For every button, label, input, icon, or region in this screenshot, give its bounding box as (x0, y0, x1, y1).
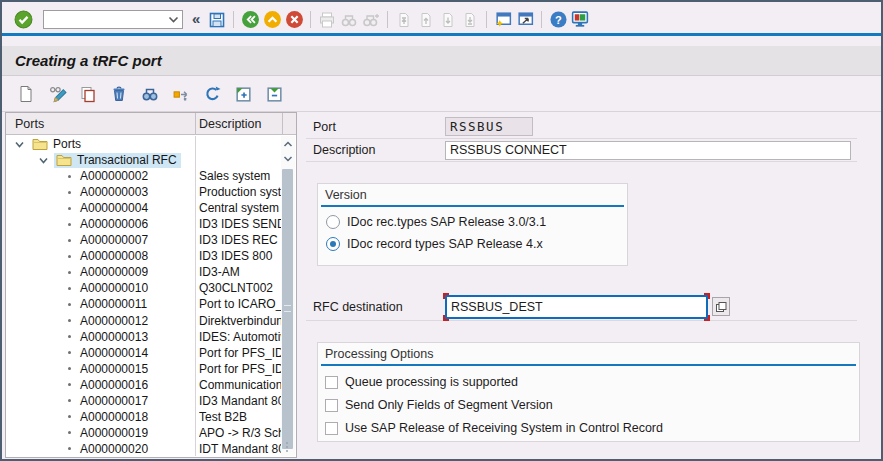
scroll-down-icon[interactable] (281, 151, 295, 166)
back-icon[interactable] (239, 9, 261, 31)
tree-node[interactable]: A000000011 (62, 297, 151, 312)
tree-row[interactable]: A000000010 Q30CLNT002 (6, 280, 296, 296)
tree-node[interactable]: A000000003 (62, 185, 152, 200)
tree-row[interactable]: A000000002 Sales system (6, 168, 296, 184)
tree-node[interactable]: Transactional RFC (54, 153, 181, 168)
tree-node-label[interactable]: A000000017 (80, 394, 148, 408)
tree-node-label[interactable]: A000000002 (80, 169, 148, 183)
tree-row[interactable]: A000000004 Central system (6, 200, 296, 216)
checkbox-icon[interactable] (325, 376, 338, 389)
tree-node[interactable]: A000000017 (62, 393, 152, 408)
customize-local-layout-icon[interactable] (569, 9, 591, 31)
processing-option[interactable]: Queue processing is supported (325, 375, 859, 389)
radio-icon[interactable] (326, 215, 340, 229)
tree-row[interactable]: A000000008 ID3 IDES 800 (6, 248, 296, 264)
tree-row[interactable]: A000000015 Port for PFS_ID (6, 361, 296, 377)
tree-node-label[interactable]: A000000016 (80, 378, 148, 392)
new-session-icon[interactable] (492, 9, 514, 31)
exit-icon[interactable] (261, 9, 283, 31)
delete-icon[interactable] (108, 83, 130, 105)
tree-node-label[interactable]: A000000010 (80, 281, 148, 295)
create-icon[interactable] (15, 83, 37, 105)
tree-node[interactable]: Ports (30, 137, 85, 152)
processing-option[interactable]: Use SAP Release of Receiving System in C… (325, 421, 859, 435)
tree-row[interactable]: A000000007 ID3 IDES REC 80 (6, 232, 296, 248)
tree-node-label[interactable]: A000000003 (80, 185, 148, 199)
tree-row[interactable]: A000000017 ID3 Mandant 80 (6, 393, 296, 409)
tree-node-label[interactable]: Ports (53, 137, 81, 151)
tree-node[interactable]: A000000010 (62, 281, 152, 296)
tree-row[interactable]: A000000009 ID3-AM (6, 264, 296, 280)
column-divider[interactable] (282, 113, 283, 134)
rfc-destination-field[interactable]: RSSBUS_DEST (445, 295, 708, 319)
column-divider[interactable] (195, 113, 196, 134)
collapse-toolbar-icon[interactable]: « (190, 10, 206, 29)
find-icon[interactable] (139, 83, 161, 105)
tree-column-ports[interactable]: Ports (6, 117, 195, 131)
scrollbar-thumb[interactable] (282, 169, 293, 449)
tree-row[interactable]: Transactional RFC (6, 152, 296, 168)
expand-node-icon[interactable] (232, 83, 254, 105)
tree-node[interactable]: A000000002 (62, 169, 152, 184)
tree-row[interactable]: A000000020 IDT Mandant 80 (6, 441, 296, 457)
tree-scrollbar[interactable] (281, 136, 295, 456)
tree-row[interactable]: A000000014 Port for PFS_ID (6, 345, 296, 361)
tree-row[interactable]: A000000012 Direktverbindun (6, 313, 296, 329)
chevron-down-icon[interactable] (14, 139, 26, 150)
cancel-icon[interactable] (283, 9, 305, 31)
chevron-down-icon[interactable] (168, 13, 179, 27)
tree-row[interactable]: A000000013 IDES: Automotiv (6, 329, 296, 345)
tree-node[interactable]: A000000016 (62, 377, 152, 392)
tree-node[interactable]: A000000020 (62, 441, 152, 456)
tree-node-label[interactable]: A000000008 (80, 249, 148, 263)
tree-row[interactable]: A000000018 Test B2B (6, 409, 296, 425)
move-icon[interactable] (170, 83, 192, 105)
tree-row[interactable]: Ports (6, 136, 296, 152)
tree-node-label[interactable]: A000000014 (80, 346, 148, 360)
tree-node-label[interactable]: Transactional RFC (77, 153, 177, 167)
tree-node[interactable]: A000000007 (62, 233, 152, 248)
tree-node-label[interactable]: A000000011 (80, 297, 147, 311)
tree-node[interactable]: A000000014 (62, 345, 152, 360)
tree-node-label[interactable]: A000000015 (80, 362, 148, 376)
tree-node[interactable]: A000000019 (62, 425, 152, 440)
tree-node[interactable]: A000000008 (62, 249, 152, 264)
enter-icon[interactable] (12, 9, 34, 31)
tree-node[interactable]: A000000006 (62, 217, 152, 232)
tree-node[interactable]: A000000009 (62, 265, 152, 280)
processing-option[interactable]: Send Only Fields of Segment Version (325, 398, 859, 412)
create-shortcut-icon[interactable] (514, 9, 536, 31)
tree-column-description[interactable]: Description (195, 117, 262, 131)
tree-node[interactable]: A000000012 (62, 313, 152, 328)
tree-node-label[interactable]: A000000009 (80, 265, 148, 279)
command-field[interactable] (43, 10, 183, 29)
tree-node[interactable]: A000000013 (62, 329, 152, 344)
tree-row[interactable]: A000000016 Communication (6, 377, 296, 393)
tree-node-label[interactable]: A000000004 (80, 201, 148, 215)
copy-icon[interactable] (77, 83, 99, 105)
version-option[interactable]: IDoc record types SAP Release 4.x (326, 237, 627, 251)
collapse-node-icon[interactable] (263, 83, 285, 105)
tree-node-label[interactable]: A000000012 (80, 314, 148, 328)
radio-icon[interactable] (326, 237, 340, 251)
version-option[interactable]: IDoc rec.types SAP Release 3.0/3.1 (326, 215, 627, 229)
tree-row[interactable]: A000000019 APO -> R/3 Sch (6, 425, 296, 441)
port-field[interactable]: RSSBUS (445, 117, 533, 136)
tree-node-label[interactable]: A000000020 (80, 442, 148, 456)
tree-node-label[interactable]: A000000018 (80, 410, 148, 424)
tree-node[interactable]: A000000004 (62, 201, 152, 216)
tree-node[interactable]: A000000015 (62, 361, 152, 376)
tree-row[interactable]: A000000011 Port to ICARO_I (6, 296, 296, 312)
description-field[interactable]: RSSBUS CONNECT (445, 141, 851, 160)
tree-node-label[interactable]: A000000007 (80, 233, 148, 247)
tree-node[interactable]: A000000018 (62, 409, 152, 424)
value-help-button[interactable] (712, 297, 730, 316)
checkbox-icon[interactable] (325, 399, 338, 412)
chevron-down-icon[interactable] (38, 155, 50, 166)
scroll-up-icon[interactable] (281, 136, 295, 151)
display-change-icon[interactable] (46, 83, 68, 105)
tree-row[interactable]: A000000003 Production syste (6, 184, 296, 200)
tree-node-label[interactable]: A000000006 (80, 217, 148, 231)
save-icon[interactable] (206, 9, 228, 31)
refresh-icon[interactable] (201, 83, 223, 105)
